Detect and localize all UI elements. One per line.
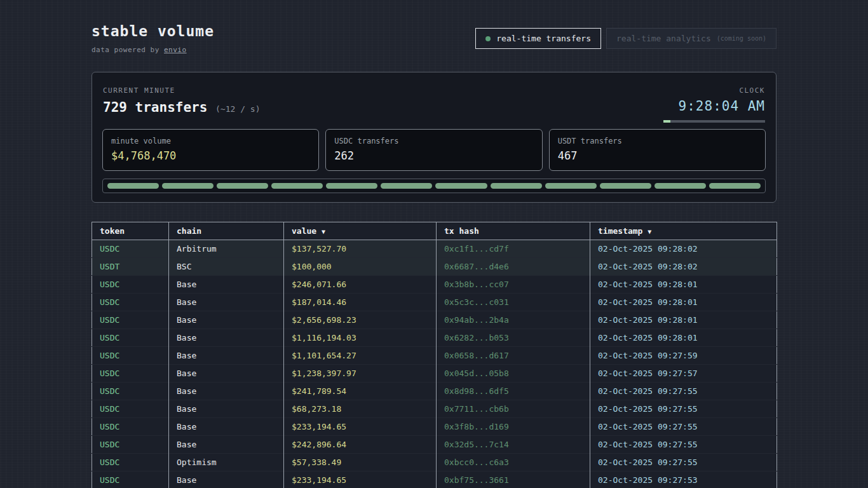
stat-value: 262 xyxy=(334,149,533,162)
timestamp-cell: 02-Oct-2025 09:28:01 xyxy=(590,329,777,347)
transfers-table: token chain value ▼ tx hash timestamp ▼ … xyxy=(92,222,777,488)
timestamp-cell: 02-Oct-2025 09:27:55 xyxy=(590,436,777,454)
tx-hash-link[interactable]: 0x7711...cb6b xyxy=(437,400,590,418)
chain-cell: Base xyxy=(169,400,284,418)
activity-segment xyxy=(709,183,761,189)
table-row: USDCBase$1,116,194.030x6282...b05302-Oct… xyxy=(92,329,777,347)
timestamp-cell: 02-Oct-2025 09:27:55 xyxy=(590,418,777,436)
table-row: USDCBase$242,896.640x32d5...7c1402-Oct-2… xyxy=(92,436,777,454)
transfer-count: 729 transfers (~12 / s) xyxy=(103,100,260,115)
subtitle-text: data powered by xyxy=(92,46,164,54)
activity-segment xyxy=(600,183,651,189)
table-row: USDCBase$233,194.650xbf75...366102-Oct-2… xyxy=(92,471,777,488)
table-row: USDCBase$241,789.540x8d98...6df502-Oct-2… xyxy=(92,383,777,400)
hero-top-row: CURRENT MINUTE 729 transfers (~12 / s) C… xyxy=(102,83,766,129)
table-row: USDCBase$2,656,698.230x94ab...2b4a02-Oct… xyxy=(92,311,777,329)
clock-progress-track xyxy=(663,120,765,123)
timestamp-cell: 02-Oct-2025 09:28:01 xyxy=(590,276,777,294)
clock-time: 9:28:04 AM xyxy=(663,98,765,114)
tx-hash-link[interactable]: 0x32d5...7c14 xyxy=(437,436,590,454)
chain-cell: Base xyxy=(169,383,284,400)
chain-cell: Arbitrum xyxy=(169,240,284,258)
value-cell: $137,527.70 xyxy=(284,240,437,258)
timestamp-cell: 02-Oct-2025 09:27:59 xyxy=(590,347,777,365)
table-header-row: token chain value ▼ tx hash timestamp ▼ xyxy=(92,222,777,240)
value-cell: $233,194.65 xyxy=(284,471,437,488)
stat-boxes: minute volume $4,768,470 USDC transfers … xyxy=(102,129,766,171)
tx-hash-link[interactable]: 0x5c3c...c031 xyxy=(437,294,590,311)
tx-hash-link[interactable]: 0x94ab...2b4a xyxy=(437,311,590,329)
value-cell: $233,194.65 xyxy=(284,418,437,436)
header-left: stable volume data powered by envio xyxy=(92,23,214,54)
table-row: USDCBase$187,014.460x5c3c...c03102-Oct-2… xyxy=(92,294,777,311)
token-cell: USDC xyxy=(92,471,169,488)
token-cell: USDC xyxy=(92,294,169,311)
activity-segment xyxy=(271,183,323,189)
tab-transfers-label: real-time transfers xyxy=(496,34,591,43)
tx-hash-link[interactable]: 0xc1f1...cd7f xyxy=(437,240,590,258)
value-cell: $241,789.54 xyxy=(284,383,437,400)
value-cell: $242,896.64 xyxy=(284,436,437,454)
activity-segment xyxy=(545,183,597,189)
token-cell: USDC xyxy=(92,240,169,258)
activity-segment xyxy=(654,183,706,189)
tx-hash-link[interactable]: 0xbf75...3661 xyxy=(437,471,590,488)
clock-label: CLOCK xyxy=(663,86,765,95)
sort-desc-icon: ▼ xyxy=(322,228,325,235)
activity-segment xyxy=(491,183,542,189)
token-cell: USDT xyxy=(92,258,169,276)
subtitle: data powered by envio xyxy=(92,46,214,54)
chain-cell: Base xyxy=(169,471,284,488)
current-minute-panel: CURRENT MINUTE 729 transfers (~12 / s) C… xyxy=(92,72,776,203)
chain-cell: Base xyxy=(169,311,284,329)
col-header-timestamp[interactable]: timestamp ▼ xyxy=(590,222,777,240)
tx-hash-link[interactable]: 0x0658...d617 xyxy=(437,347,590,365)
token-cell: USDC xyxy=(92,311,169,329)
clock-progress-fill xyxy=(663,120,670,123)
chain-cell: BSC xyxy=(169,258,284,276)
tab-bar: real-time transfers real-time analytics … xyxy=(475,28,776,49)
activity-segment xyxy=(217,183,268,189)
tx-hash-link[interactable]: 0x8d98...6df5 xyxy=(437,383,590,400)
table-row: USDCBase$233,194.650x3f8b...d16902-Oct-2… xyxy=(92,418,777,436)
value-cell: $187,014.46 xyxy=(284,294,437,311)
tab-real-time-transfers[interactable]: real-time transfers xyxy=(475,28,601,49)
tab-real-time-analytics[interactable]: real-time analytics (coming soon) xyxy=(606,28,776,49)
token-cell: USDC xyxy=(92,329,169,347)
timestamp-cell: 02-Oct-2025 09:27:55 xyxy=(590,383,777,400)
header: stable volume data powered by envio real… xyxy=(92,0,776,54)
timestamp-cell: 02-Oct-2025 09:27:53 xyxy=(590,471,777,488)
timestamp-cell: 02-Oct-2025 09:28:01 xyxy=(590,311,777,329)
stat-value: 467 xyxy=(558,149,757,162)
table-row: USDCArbitrum$137,527.700xc1f1...cd7f02-O… xyxy=(92,240,777,258)
table-row: USDCBase$68,273.180x7711...cb6b02-Oct-20… xyxy=(92,400,777,418)
token-cell: USDC xyxy=(92,276,169,294)
col-header-chain: chain xyxy=(169,222,284,240)
tx-hash-link[interactable]: 0x045d...05b8 xyxy=(437,365,590,383)
activity-segment xyxy=(326,183,377,189)
tab-analytics-label: real-time analytics xyxy=(616,34,711,43)
col-header-value[interactable]: value ▼ xyxy=(284,222,437,240)
timestamp-cell: 02-Oct-2025 09:27:57 xyxy=(590,365,777,383)
col-header-tx-hash: tx hash xyxy=(437,222,590,240)
value-cell: $2,656,698.23 xyxy=(284,311,437,329)
value-cell: $246,071.66 xyxy=(284,276,437,294)
envio-link[interactable]: envio xyxy=(164,46,187,54)
timestamp-cell: 02-Oct-2025 09:28:02 xyxy=(590,240,777,258)
tx-hash-link[interactable]: 0x6687...d4e6 xyxy=(437,258,590,276)
token-cell: USDC xyxy=(92,400,169,418)
live-dot-icon xyxy=(485,36,491,41)
chain-cell: Base xyxy=(169,329,284,347)
tx-hash-link[interactable]: 0x3f8b...d169 xyxy=(437,418,590,436)
transfer-rate: (~12 / s) xyxy=(215,104,260,114)
timestamp-cell: 02-Oct-2025 09:27:55 xyxy=(590,454,777,471)
tx-hash-link[interactable]: 0x3b8b...cc07 xyxy=(437,276,590,294)
tx-hash-link[interactable]: 0xbcc0...c6a3 xyxy=(437,454,590,471)
activity-segment xyxy=(381,183,432,189)
tx-hash-link[interactable]: 0x6282...b053 xyxy=(437,329,590,347)
table-row: USDCOptimism$57,338.490xbcc0...c6a302-Oc… xyxy=(92,454,777,471)
value-cell: $57,338.49 xyxy=(284,454,437,471)
page: stable volume data powered by envio real… xyxy=(92,0,776,488)
value-cell: $1,101,654.27 xyxy=(284,347,437,365)
stat-value: $4,768,470 xyxy=(111,149,310,162)
